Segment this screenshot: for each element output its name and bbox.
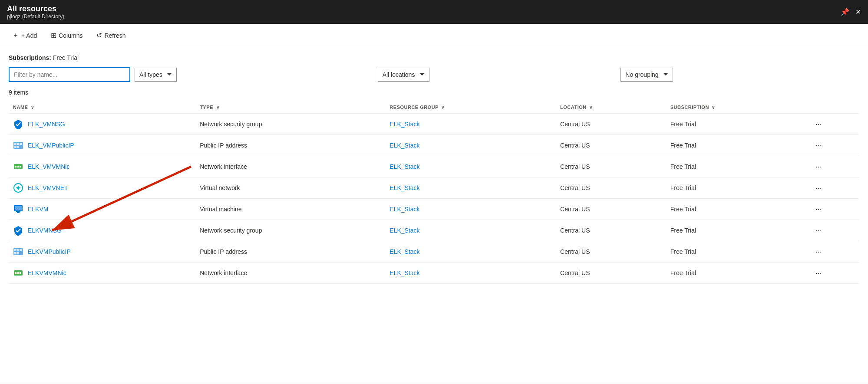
col-name[interactable]: NAME ∨ bbox=[9, 101, 195, 114]
cell-type: Network interface bbox=[195, 156, 385, 177]
svg-rect-23 bbox=[15, 272, 17, 274]
resource-icon bbox=[13, 204, 23, 214]
table-row: ELK_VMVNET Virtual network ELK_Stack Cen… bbox=[9, 177, 859, 199]
col-actions bbox=[809, 101, 859, 114]
resource-name-link[interactable]: ELKVMNSG bbox=[28, 227, 62, 234]
rg-sort-icon: ∨ bbox=[441, 105, 445, 110]
toolbar: ＋ + Add ⊞ Columns ↺ Refresh bbox=[0, 24, 868, 47]
cell-subscription: Free Trial bbox=[666, 156, 809, 177]
cell-subscription: Free Trial bbox=[666, 220, 809, 241]
resource-group-link[interactable]: ELK_Stack bbox=[389, 269, 419, 276]
cell-subscription: Free Trial bbox=[666, 114, 809, 135]
resource-table: NAME ∨ TYPE ∨ RESOURCE GROUP ∨ LOCATION … bbox=[9, 101, 859, 284]
resource-icon bbox=[13, 268, 23, 278]
more-actions-button[interactable]: ··· bbox=[814, 247, 824, 256]
svg-rect-20 bbox=[14, 252, 17, 254]
resource-group-link[interactable]: ELK_Stack bbox=[389, 206, 419, 213]
cell-name: ELKVMNSG bbox=[9, 220, 195, 241]
resource-group-link[interactable]: ELK_Stack bbox=[389, 163, 419, 170]
add-button[interactable]: ＋ + Add bbox=[7, 28, 42, 43]
columns-icon: ⊞ bbox=[51, 31, 56, 39]
col-location[interactable]: LOCATION ∨ bbox=[556, 101, 666, 114]
cell-more: ··· bbox=[809, 135, 859, 156]
sub-sort-icon: ∨ bbox=[712, 105, 715, 110]
resource-table-body: ELK_VMNSG Network security group ELK_Sta… bbox=[9, 114, 859, 284]
more-actions-button[interactable]: ··· bbox=[814, 269, 824, 278]
cell-subscription: Free Trial bbox=[666, 263, 809, 284]
resource-name-link[interactable]: ELK_VMVNET bbox=[28, 184, 68, 191]
resource-name-link[interactable]: ELKVMVMNic bbox=[28, 269, 66, 276]
cell-subscription: Free Trial bbox=[666, 177, 809, 199]
svg-rect-7 bbox=[15, 166, 17, 167]
more-actions-button[interactable]: ··· bbox=[814, 226, 824, 235]
resource-group-link[interactable]: ELK_Stack bbox=[389, 142, 419, 149]
resource-name-link[interactable]: ELKVMPublicIP bbox=[28, 248, 71, 255]
col-subscription[interactable]: SUBSCRIPTION ∨ bbox=[666, 101, 809, 114]
cell-location: Central US bbox=[556, 114, 666, 135]
cell-type: Network security group bbox=[195, 114, 385, 135]
columns-button[interactable]: ⊞ Columns bbox=[46, 29, 88, 42]
pin-icon[interactable]: 📌 bbox=[841, 8, 849, 16]
title-bar: All resources pjlogz (Default Directory)… bbox=[0, 0, 868, 24]
svg-rect-14 bbox=[17, 212, 20, 213]
type-filter-wrap: All types bbox=[135, 68, 373, 82]
svg-rect-17 bbox=[14, 249, 17, 251]
more-actions-button[interactable]: ··· bbox=[814, 205, 824, 214]
cell-name: ELK_VMVNET bbox=[9, 177, 195, 199]
resource-name-link[interactable]: ELK_VMVMNic bbox=[28, 163, 69, 170]
resource-name-link[interactable]: ELK_VMPublicIP bbox=[28, 142, 74, 149]
more-actions-button[interactable]: ··· bbox=[814, 184, 824, 193]
close-icon[interactable]: ✕ bbox=[855, 8, 861, 16]
cell-name: ELKVM bbox=[9, 199, 195, 220]
resource-group-link[interactable]: ELK_Stack bbox=[389, 227, 419, 234]
svg-rect-9 bbox=[20, 166, 21, 167]
cell-type: Public IP address bbox=[195, 135, 385, 156]
resource-group-link[interactable]: ELK_Stack bbox=[389, 184, 419, 191]
table-row: ELK_VMNSG Network security group ELK_Sta… bbox=[9, 114, 859, 135]
svg-rect-15 bbox=[16, 211, 20, 212]
type-filter-select[interactable]: All types bbox=[135, 68, 177, 82]
resource-icon bbox=[13, 246, 23, 257]
col-type[interactable]: TYPE ∨ bbox=[195, 101, 385, 114]
svg-rect-24 bbox=[17, 272, 19, 274]
location-filter-wrap: All locations bbox=[378, 68, 617, 82]
subscriptions-value: Free Trial bbox=[53, 54, 79, 61]
cell-more: ··· bbox=[809, 199, 859, 220]
columns-label: Columns bbox=[59, 32, 83, 39]
table-row: ELKVMNSG Network security group ELK_Stac… bbox=[9, 220, 859, 241]
resource-icon bbox=[13, 140, 23, 151]
page-title: All resources bbox=[7, 4, 64, 13]
resource-name-link[interactable]: ELKVM bbox=[28, 206, 48, 213]
more-actions-button[interactable]: ··· bbox=[814, 120, 824, 129]
table-row: ELK_VMPublicIP Public IP address ELK_Sta… bbox=[9, 135, 859, 156]
more-actions-button[interactable]: ··· bbox=[814, 162, 824, 171]
cell-more: ··· bbox=[809, 177, 859, 199]
resource-group-link[interactable]: ELK_Stack bbox=[389, 121, 419, 128]
cell-name: ELK_VMPublicIP bbox=[9, 135, 195, 156]
svg-rect-18 bbox=[17, 249, 19, 251]
svg-rect-1 bbox=[14, 143, 17, 145]
col-resource-group[interactable]: RESOURCE GROUP ∨ bbox=[385, 101, 556, 114]
table-row: ELKVMPublicIP Public IP address ELK_Stac… bbox=[9, 241, 859, 263]
grouping-filter-select[interactable]: No grouping bbox=[620, 68, 673, 82]
page-subtitle: pjlogz (Default Directory) bbox=[7, 13, 64, 20]
resource-icon bbox=[13, 161, 23, 172]
type-sort-icon: ∨ bbox=[216, 105, 220, 110]
more-actions-button[interactable]: ··· bbox=[814, 141, 824, 150]
cell-resource-group: ELK_Stack bbox=[385, 220, 556, 241]
add-icon: ＋ bbox=[12, 31, 19, 40]
location-filter-select[interactable]: All locations bbox=[378, 68, 429, 82]
resource-name-link[interactable]: ELK_VMNSG bbox=[28, 121, 65, 128]
svg-rect-25 bbox=[20, 272, 21, 274]
refresh-button[interactable]: ↺ Refresh bbox=[91, 29, 131, 42]
cell-location: Central US bbox=[556, 199, 666, 220]
cell-more: ··· bbox=[809, 220, 859, 241]
content-area: Subscriptions: Free Trial All types All … bbox=[0, 47, 868, 384]
filter-name-input[interactable] bbox=[9, 67, 130, 82]
title-bar-left: All resources pjlogz (Default Directory) bbox=[7, 4, 64, 20]
title-bar-icons: 📌 ✕ bbox=[841, 8, 861, 16]
resource-group-link[interactable]: ELK_Stack bbox=[389, 248, 419, 255]
cell-subscription: Free Trial bbox=[666, 135, 809, 156]
cell-location: Central US bbox=[556, 263, 666, 284]
cell-type: Public IP address bbox=[195, 241, 385, 263]
